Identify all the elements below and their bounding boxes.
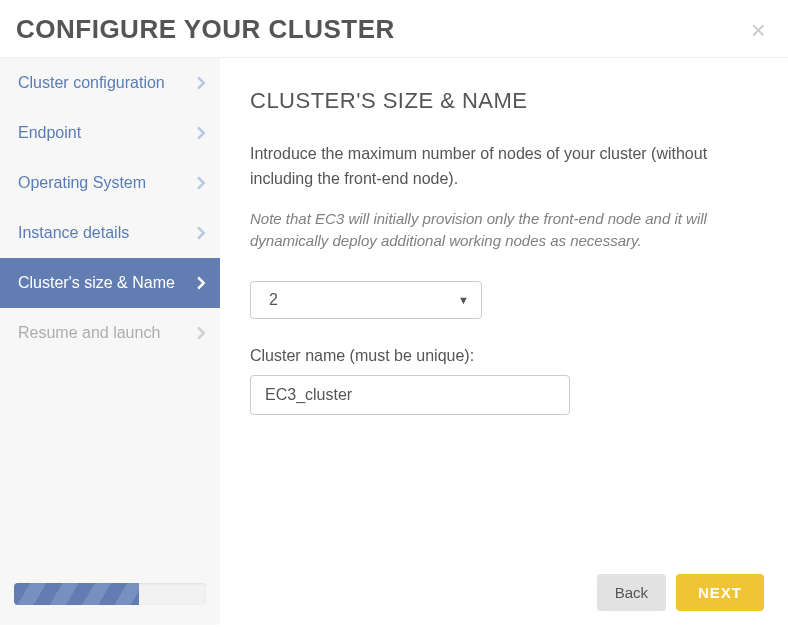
wizard-progress-bar	[14, 583, 139, 605]
main-panel: CLUSTER'S SIZE & NAME Introduce the maxi…	[220, 58, 788, 625]
dialog-body: Cluster configuration Endpoint Operating…	[0, 58, 788, 625]
sidebar-item-label: Instance details	[18, 224, 129, 242]
wizard-progress	[14, 583, 206, 605]
sidebar-item-instance-details[interactable]: Instance details	[0, 208, 220, 258]
cluster-name-input[interactable]	[250, 375, 570, 415]
sidebar-item-endpoint[interactable]: Endpoint	[0, 108, 220, 158]
sidebar-item-resume-launch[interactable]: Resume and launch	[0, 308, 220, 358]
intro-text: Introduce the maximum number of nodes of…	[250, 142, 758, 192]
chevron-right-icon	[197, 176, 206, 190]
cluster-name-label: Cluster name (must be unique):	[250, 347, 758, 365]
section-title: CLUSTER'S SIZE & NAME	[250, 88, 758, 114]
sidebar-item-label: Endpoint	[18, 124, 81, 142]
close-icon[interactable]: ×	[745, 17, 772, 43]
next-button[interactable]: NEXT	[676, 574, 764, 611]
wizard-sidebar: Cluster configuration Endpoint Operating…	[0, 58, 220, 625]
sidebar-item-label: Cluster's size & Name	[18, 274, 175, 292]
dialog: CONFIGURE YOUR CLUSTER × Cluster configu…	[0, 0, 788, 627]
sidebar-item-operating-system[interactable]: Operating System	[0, 158, 220, 208]
chevron-right-icon	[197, 76, 206, 90]
note-text: Note that EC3 will initially provision o…	[250, 208, 758, 253]
max-nodes-value: 2	[269, 291, 278, 309]
chevron-right-icon	[197, 126, 206, 140]
sidebar-item-label: Resume and launch	[18, 324, 160, 342]
chevron-right-icon	[197, 276, 206, 290]
dialog-header: CONFIGURE YOUR CLUSTER ×	[0, 0, 788, 58]
back-button[interactable]: Back	[597, 574, 666, 611]
max-nodes-select[interactable]: 2 ▼	[250, 281, 482, 319]
sidebar-item-label: Operating System	[18, 174, 146, 192]
dialog-title: CONFIGURE YOUR CLUSTER	[16, 14, 395, 45]
dropdown-caret-icon: ▼	[458, 294, 469, 306]
sidebar-item-cluster-configuration[interactable]: Cluster configuration	[0, 58, 220, 108]
chevron-right-icon	[197, 226, 206, 240]
chevron-right-icon	[197, 326, 206, 340]
sidebar-item-label: Cluster configuration	[18, 74, 165, 92]
sidebar-item-cluster-size-name[interactable]: Cluster's size & Name	[0, 258, 220, 308]
wizard-footer: Back NEXT	[597, 574, 764, 611]
